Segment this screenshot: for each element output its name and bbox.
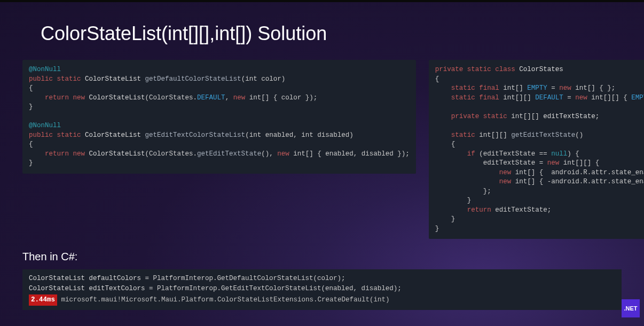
tail: int[][] { [587, 94, 632, 102]
type: ColorStateList [29, 275, 85, 282]
page-title: ColorStateList(int[][],int[]) Solution [22, 22, 622, 45]
tail: int[] { -android.R.attr.state_enabled }, [511, 178, 644, 185]
brace: } [29, 159, 33, 167]
fn: getEditTextColorStateList [145, 131, 246, 139]
type: int[] [499, 84, 528, 92]
null: null [551, 150, 567, 158]
kw: new [499, 178, 512, 185]
type: ColorStateList [89, 94, 145, 102]
dotnet-text: .NET [624, 305, 637, 312]
top-bar [0, 0, 644, 2]
code-columns: @NonNull public static ColorStateList ge… [22, 60, 622, 239]
lhs: editTextState = [435, 159, 547, 167]
const: DEFAULT [197, 94, 225, 102]
kw: private static class [435, 66, 515, 73]
call: PlatformInterop.GetDefaultColorStateList… [153, 275, 345, 282]
brace: } [435, 197, 472, 204]
end: ) { [567, 150, 579, 158]
brace: } [435, 215, 455, 223]
tail: int[][] { [559, 159, 599, 167]
tail: int[] { }; [571, 84, 616, 92]
java-code-left: @NonNull public static ColorStateList ge… [22, 60, 416, 174]
kw: static [451, 131, 475, 139]
kw: return new [45, 94, 85, 102]
kw: new [547, 159, 560, 167]
csharp-code: ColorStateList defaultColors = PlatformI… [22, 269, 622, 310]
punc: , [225, 94, 233, 102]
tail: int[] { android.R.attr.state_enabled }, [511, 169, 644, 176]
const: DEFAULT [535, 94, 563, 102]
fn: getEditTextState [197, 150, 261, 158]
fn: getEditTextState [511, 131, 575, 139]
const: EMPTY [527, 84, 547, 92]
tail: editTextState; [491, 206, 552, 214]
kw: new [233, 94, 246, 102]
tail: () [575, 131, 583, 139]
kw: if [467, 150, 475, 158]
subheading: Then in C#: [22, 251, 622, 263]
annotation: @NonNull [29, 66, 61, 73]
tail: int[] { color }); [245, 94, 317, 102]
kw: return new [45, 150, 85, 158]
dotnet-logo-badge: .NET [622, 299, 640, 317]
type: ColorStateList [29, 285, 85, 292]
eq: = [563, 94, 576, 102]
kw: static final [451, 94, 499, 102]
type: ColorStateList [85, 131, 141, 139]
params: (int enabled, int disabled) [245, 131, 354, 139]
kw: private static [451, 113, 507, 120]
brace: { [435, 141, 455, 148]
kw: new [499, 169, 512, 176]
type: int[][] [475, 131, 512, 139]
brace: } [29, 103, 33, 111]
type: ColorStateList [89, 150, 145, 158]
kw: new [277, 150, 289, 158]
right-column: private static class ColorStates { stati… [429, 60, 644, 239]
fn: getDefaultColorStateList [145, 75, 241, 83]
slide-content: ColorStateList(int[][],int[]) Solution @… [0, 22, 644, 310]
timing-label: microsoft.maui!Microsoft.Maui.Platform.C… [57, 296, 390, 304]
cond: (editTextState == [475, 150, 552, 158]
brace: } [435, 225, 439, 232]
brace: }; [435, 188, 491, 195]
type: int[][] [499, 94, 536, 102]
brace: { [435, 75, 439, 83]
kw: public static [29, 131, 81, 139]
const: EMPTY [631, 94, 644, 102]
classname: ColorStates [519, 66, 563, 73]
kw: new [575, 94, 587, 102]
tail: int[] { enabled, disabled }); [289, 150, 410, 158]
left-column: @NonNull public static ColorStateList ge… [22, 60, 416, 174]
kw: public static [29, 75, 81, 83]
kw: return [467, 206, 491, 214]
ident: defaultColors = [85, 275, 153, 282]
brace: { [29, 141, 33, 148]
ident: editTextState; [543, 113, 599, 120]
ident: editTextColors = [85, 285, 157, 292]
annotation: @NonNull [29, 122, 61, 129]
kw: new [559, 84, 571, 92]
punc: (ColorStates. [145, 94, 198, 102]
params: (int color) [241, 75, 286, 83]
type: int[][] [507, 113, 544, 120]
call: PlatformInterop.GetEditTextColorStateLis… [157, 285, 402, 292]
java-code-right: private static class ColorStates { stati… [429, 60, 644, 239]
brace: { [29, 84, 33, 92]
punc: (ColorStates. [145, 150, 198, 158]
kw: static final [451, 84, 499, 92]
punc: (), [261, 150, 277, 158]
timing-badge: 2.44ms [29, 294, 57, 306]
eq: = [547, 84, 560, 92]
type: ColorStateList [85, 75, 141, 83]
